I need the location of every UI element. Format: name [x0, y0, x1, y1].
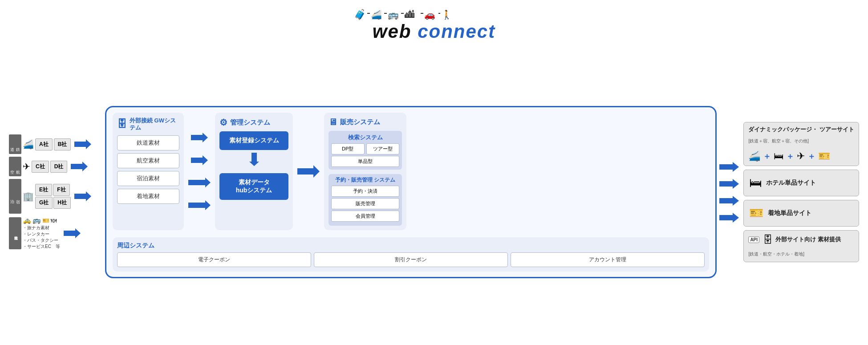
suppliers-column: 鉄道 🚄 A社 B社 航空 ✈ C社 D社 — [9, 134, 98, 250]
supplier-misc: 着地旅行社 🚕 🚌 🎫 🍽 ・旅ナカ素材・レンタカー・バス・タクシー・サービスE… — [9, 216, 98, 250]
account-management: アカウント管理 — [511, 252, 705, 267]
mgmt-icon: ⚙ — [219, 117, 227, 128]
mgmt-title-text: 管理システム — [230, 118, 270, 127]
company-c: C社 — [32, 161, 49, 173]
dp-train-icon: 🚄 — [748, 150, 760, 162]
svg-marker-24 — [719, 213, 739, 223]
supplier-label-air: 航空 — [9, 157, 21, 176]
output-dynamic-subtitle: [鉄道＋宿、航空＋宿、その他] — [748, 138, 809, 144]
discount-coupon: 割引クーポン — [314, 252, 508, 267]
company-a: A社 — [35, 138, 53, 150]
tour-type: ツアー型 — [366, 143, 400, 154]
svg-marker-21 — [719, 162, 739, 172]
api-db-icon: 🗄 — [763, 234, 773, 246]
management-system-box: ⚙ 管理システム 素材登録システム 素材データhubシステム — [215, 113, 293, 230]
company-b: B社 — [54, 138, 71, 150]
dp-plane-icon: ✈ — [797, 150, 805, 162]
output-column: ダイナミックパッケージ・ ツアーサイト [鉄道＋宿、航空＋宿、その他] 🚄 ＋ … — [743, 122, 859, 262]
reservation-system-box: 予約・販売管理 システム 予約・決済 販売管理 会員管理 — [329, 174, 402, 226]
hotel-single-icon: 🛏 — [749, 175, 762, 190]
svg-marker-19 — [249, 153, 259, 166]
svg-marker-23 — [719, 196, 739, 206]
material-local: 着地素材 — [117, 189, 179, 204]
material-rail: 鉄道素材 — [117, 135, 179, 150]
dp-plus3: ＋ — [807, 151, 815, 162]
supplier-air: 航空 ✈ C社 D社 — [9, 157, 98, 176]
sales-to-output-arrows — [719, 158, 739, 227]
rail-icon: 🚄 — [23, 139, 34, 150]
sales-title: 🖥 販売システム — [329, 117, 402, 127]
mgmt-to-sales-arrow — [296, 113, 321, 230]
dp-ticket-icon: 🎫 — [818, 150, 830, 162]
supplier-hotel: 宿泊 🏢 E社 F社 G社 H社 — [9, 179, 98, 214]
company-h: H社 — [53, 197, 71, 209]
svg-text:🚗: 🚗 — [424, 9, 435, 20]
svg-marker-12 — [71, 162, 88, 171]
title-web: web — [373, 21, 412, 42]
api-title: 外部サイト向け 素材提供 — [775, 236, 841, 244]
arrow-air — [71, 161, 88, 172]
sales-system-box: 🖥 販売システム 検索システム DP型 ツアー型 単品型 — [324, 113, 406, 230]
supplier-label-misc: 着地旅行社 — [9, 217, 21, 249]
svg-marker-18 — [188, 200, 211, 210]
title-text: web connect — [373, 22, 495, 41]
material-register-box: 素材登録システム — [219, 131, 288, 150]
search-system-box: 検索システム DP型 ツアー型 単品型 — [329, 131, 402, 170]
wc-main-section: 🗄 外部接続 GWシステム 鉄道素材 航空素材 宿泊素材 着地素材 — [113, 113, 709, 230]
gw-title: 🗄 外部接続 GWシステム — [117, 117, 179, 131]
content-row: 鉄道 🚄 A社 B社 航空 ✈ C社 D社 — [9, 44, 859, 341]
output-api-external: API 🗄 外部サイト向け 素材提供 [鉄道・航空・ホテル・着地] — [743, 230, 859, 262]
api-subtitle: [鉄道・航空・ホテル・着地] — [748, 251, 804, 257]
company-e: E社 — [35, 184, 52, 196]
svg-marker-11 — [74, 139, 91, 149]
svg-marker-13 — [74, 191, 91, 201]
material-hub-box: 素材データhubシステム — [219, 173, 288, 200]
title-area: 🧳 🚄 🚌 🏙 🚗 🚶 web connect — [349, 4, 519, 41]
wc-full-col: 🗄 外部接続 GWシステム 鉄道素材 航空素材 宿泊素材 着地素材 — [113, 113, 709, 272]
svg-marker-14 — [64, 228, 81, 238]
supplier-rail: 鉄道 🚄 A社 B社 — [9, 134, 98, 154]
svg-text:🚶: 🚶 — [441, 9, 452, 20]
hotel-icon: 🏢 — [23, 191, 34, 202]
api-badge: API — [748, 236, 759, 243]
svg-marker-16 — [191, 155, 208, 165]
misc-text: ・旅ナカ素材・レンタカー・バス・タクシー・サービスEC 等 — [23, 225, 60, 250]
title-icons: 🧳 🚄 🚌 🏙 🚗 🚶 — [349, 4, 519, 21]
svg-text:🏙: 🏙 — [405, 9, 415, 20]
svg-text:🚄: 🚄 — [371, 9, 382, 20]
arrow-misc — [64, 228, 81, 239]
dp-bed-icon: 🛏 — [774, 150, 783, 162]
material-air: 航空素材 — [117, 153, 179, 168]
air-icon: ✈ — [23, 161, 30, 172]
material-hotel: 宿泊素材 — [117, 171, 179, 186]
single-type: 単品型 — [331, 156, 399, 167]
peripheral-section: 周辺システム 電子クーポン 割引クーポン アカウント管理 — [113, 234, 709, 272]
member-management: 会員管理 — [331, 211, 399, 222]
company-f: F社 — [53, 184, 70, 196]
company-d: D社 — [50, 161, 68, 173]
svg-text:🧳: 🧳 — [354, 8, 366, 20]
title-connect: connect — [418, 21, 495, 42]
reservation-title: 予約・販売管理 システム — [331, 177, 399, 184]
output-dynamic-title: ダイナミックパッケージ・ ツアーサイト — [748, 126, 854, 134]
output-dynamic-package: ダイナミックパッケージ・ ツアーサイト [鉄道＋宿、航空＋宿、その他] 🚄 ＋ … — [743, 122, 859, 166]
peripheral-box: 周辺システム 電子クーポン 割引クーポン アカウント管理 — [113, 237, 709, 272]
dp-plus2: ＋ — [786, 151, 794, 162]
svg-marker-20 — [297, 165, 320, 178]
ticket-single-icon: 🎫 — [749, 206, 763, 220]
output-hotel-single: 🛏 ホテル単品サイト — [743, 170, 859, 196]
supplier-label-hotel: 宿泊 — [9, 179, 21, 214]
sales-icon: 🖥 — [329, 117, 337, 127]
output-ticket-single: 🎫 着地単品サイト — [743, 200, 859, 227]
supplier-label-rail: 鉄道 — [9, 134, 21, 154]
dp-plus1: ＋ — [763, 151, 771, 162]
sales-management: 販売管理 — [331, 198, 399, 209]
arrow-down-mgmt — [249, 153, 259, 169]
gw-system-box: 🗄 外部接続 GWシステム 鉄道素材 航空素材 宿泊素材 着地素材 — [113, 113, 184, 230]
peripheral-items: 電子クーポン 割引クーポン アカウント管理 — [117, 252, 705, 267]
web-connect-box: 🗄 外部接続 GWシステム 鉄道素材 航空素材 宿泊素材 着地素材 — [105, 106, 717, 278]
dp-type: DP型 — [331, 143, 365, 154]
mgmt-title: ⚙ 管理システム — [219, 117, 288, 128]
hotel-single-title: ホテル単品サイト — [766, 179, 816, 187]
search-types: DP型 ツアー型 — [331, 143, 399, 154]
